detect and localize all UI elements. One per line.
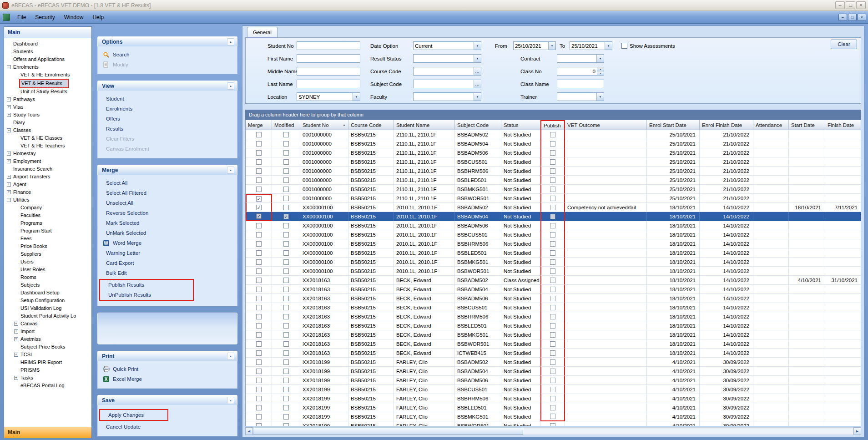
merge-checkbox[interactable] xyxy=(256,141,262,147)
cell-merge[interactable] xyxy=(246,312,272,321)
table-row[interactable]: XX2018163BSB50215BECK, EdwardBSBWOR501No… xyxy=(246,339,861,349)
scroll-left-icon[interactable]: ◀ xyxy=(245,427,253,435)
cell-merge[interactable] xyxy=(246,267,272,276)
merge-checkbox[interactable] xyxy=(256,314,262,319)
merge-checkbox[interactable] xyxy=(256,405,262,410)
merge-checkbox[interactable] xyxy=(256,396,262,401)
cell-publish[interactable] xyxy=(540,403,565,412)
modified-checkbox[interactable] xyxy=(283,369,289,374)
cell-modified[interactable] xyxy=(272,258,300,267)
cell-publish[interactable] xyxy=(540,412,565,421)
sidebar-item-pathways[interactable]: +Pathways xyxy=(4,96,91,103)
cell-publish[interactable] xyxy=(540,176,565,185)
mdi-minimize-icon[interactable]: – xyxy=(838,14,847,21)
cell-merge[interactable] xyxy=(246,148,272,157)
cell-modified[interactable] xyxy=(272,176,300,185)
sidebar-item-import[interactable]: +Import xyxy=(4,328,91,335)
cell-modified[interactable] xyxy=(272,221,300,230)
sidebar-item-rooms[interactable]: Rooms xyxy=(4,273,91,281)
column-header-course-code[interactable]: Course Code xyxy=(348,120,394,130)
cell-modified[interactable] xyxy=(272,367,300,376)
modified-checkbox[interactable] xyxy=(283,323,289,329)
collapse-expander-icon[interactable]: − xyxy=(7,65,11,69)
sidebar-item-user-roles[interactable]: User Roles xyxy=(4,266,91,273)
panel-header-merge[interactable]: Merge▲ xyxy=(97,165,237,175)
table-row[interactable]: XX2018163BSB50215BECK, EdwardICTWEB415No… xyxy=(246,349,861,358)
table-row[interactable]: XX00000100BSB502152010.1L, 2010.1FBSBADM… xyxy=(246,212,861,221)
cell-merge[interactable] xyxy=(246,303,272,312)
merge-checkbox[interactable] xyxy=(256,378,262,383)
cell-modified[interactable] xyxy=(272,303,300,312)
modified-checkbox[interactable] xyxy=(283,241,289,247)
cell-publish[interactable] xyxy=(540,221,565,230)
course-code-lookup[interactable]: … xyxy=(413,67,481,76)
from-dropdown[interactable]: 25/10/2021▼ xyxy=(513,41,556,50)
sidebar-item-utilities[interactable]: −Utilities xyxy=(4,196,91,204)
mdi-restore-icon[interactable]: □ xyxy=(848,14,857,21)
modified-checkbox[interactable] xyxy=(283,378,289,383)
horizontal-scrollbar[interactable]: ◀ ▶ xyxy=(245,427,861,435)
cell-merge[interactable] xyxy=(246,367,272,376)
publish-checkbox[interactable] xyxy=(550,378,555,383)
publish-checkbox[interactable] xyxy=(550,296,555,301)
cell-merge[interactable] xyxy=(246,194,272,203)
sidebar-item-homestay[interactable]: +Homestay xyxy=(4,150,91,157)
tab-general[interactable]: General xyxy=(247,27,278,37)
merge-checkbox[interactable] xyxy=(256,369,262,374)
cell-merge[interactable] xyxy=(246,403,272,412)
cell-publish[interactable] xyxy=(540,157,565,167)
merge-checkbox[interactable] xyxy=(256,323,262,329)
cell-merge[interactable] xyxy=(246,412,272,421)
cell-merge[interactable] xyxy=(246,130,272,139)
publish-checkbox[interactable] xyxy=(550,141,555,147)
table-row[interactable]: XX00000100BSB502152010.1L, 2010.1FBSBWOR… xyxy=(246,267,861,276)
table-row[interactable]: XX00000100BSB502152010.1L, 2010.1FBSBMKG… xyxy=(246,258,861,267)
dropdown-arrow-icon[interactable]: ▼ xyxy=(474,42,481,50)
student-no-input[interactable] xyxy=(297,41,360,50)
modified-checkbox[interactable] xyxy=(283,159,289,165)
cell-modified[interactable] xyxy=(272,230,300,239)
publish-checkbox[interactable] xyxy=(550,287,555,292)
collapse-chevron-icon[interactable]: ▲ xyxy=(227,397,234,404)
modified-checkbox[interactable] xyxy=(283,287,289,292)
cell-publish[interactable] xyxy=(540,358,565,367)
sidebar-item-insurance-search[interactable]: Insurance Search xyxy=(4,165,91,173)
cell-publish[interactable] xyxy=(540,130,565,139)
cell-publish[interactable] xyxy=(540,285,565,294)
modified-checkbox[interactable] xyxy=(283,232,289,238)
expand-expander-icon[interactable]: + xyxy=(7,113,11,117)
modified-checkbox[interactable] xyxy=(283,305,289,310)
sidebar-item-canvas[interactable]: +Canvas xyxy=(4,320,91,328)
table-row[interactable]: 0001000000BSB502152110.1L, 2110.1FBSBHRM… xyxy=(246,167,861,176)
publish-checkbox[interactable] xyxy=(550,387,555,392)
publish-checkbox[interactable] xyxy=(550,423,555,426)
date-option-dropdown[interactable]: Current▼ xyxy=(413,41,481,50)
cell-publish[interactable] xyxy=(540,349,565,358)
publish-checkbox[interactable] xyxy=(550,350,555,356)
publish-checkbox[interactable] xyxy=(550,359,555,365)
action-offers[interactable]: Offers xyxy=(98,114,237,124)
cell-publish[interactable] xyxy=(540,367,565,376)
cell-modified[interactable] xyxy=(272,403,300,412)
merge-checkbox[interactable] xyxy=(256,305,262,310)
cell-modified[interactable] xyxy=(272,321,300,330)
sidebar-item-unit-of-study-results[interactable]: Unit of Study Results xyxy=(4,88,91,96)
sidebar-item-heims-pir-export[interactable]: HEIMS PIR Export xyxy=(4,359,91,366)
sidebar-item-finance[interactable]: +Finance xyxy=(4,188,91,196)
cell-publish[interactable] xyxy=(540,148,565,157)
expand-expander-icon[interactable]: + xyxy=(14,376,18,380)
class-no-spinner[interactable]: 0▲▼ xyxy=(557,67,604,76)
modified-checkbox[interactable] xyxy=(283,296,289,301)
first-name-input[interactable] xyxy=(297,54,360,63)
sidebar-item-prisms[interactable]: PRISMS xyxy=(4,366,91,374)
modified-checkbox[interactable] xyxy=(283,332,289,338)
sidebar-item-ebecas-portal-log[interactable]: eBECAS.Portal Log xyxy=(4,382,91,389)
subject-code-lookup[interactable]: … xyxy=(413,80,481,88)
merge-checkbox[interactable] xyxy=(256,196,262,202)
cell-publish[interactable] xyxy=(540,421,565,426)
cell-merge[interactable] xyxy=(246,294,272,303)
cell-modified[interactable] xyxy=(272,130,300,139)
cell-modified[interactable] xyxy=(272,294,300,303)
modified-checkbox[interactable] xyxy=(283,414,289,420)
collapse-expander-icon[interactable]: − xyxy=(7,128,11,132)
